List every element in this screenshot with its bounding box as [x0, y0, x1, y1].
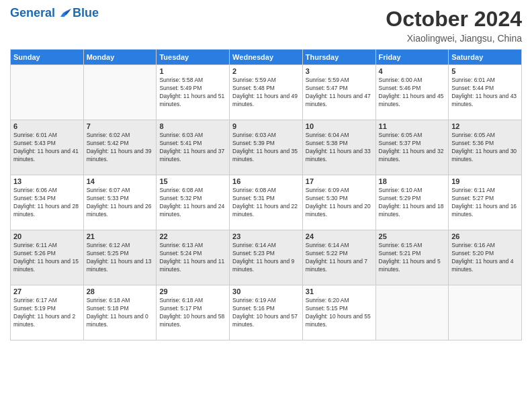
daylight-text: Daylight: 11 hours and 13 minutes.: [87, 258, 152, 273]
sunrise-text: Sunrise: 6:17 AM: [13, 297, 57, 304]
day-info: Sunrise: 6:19 AM Sunset: 5:16 PM Dayligh…: [232, 297, 300, 329]
day-number: 31: [306, 287, 373, 295]
calendar-table: Sunday Monday Tuesday Wednesday Thursday…: [10, 49, 522, 340]
sunset-text: Sunset: 5:46 PM: [379, 85, 421, 91]
daylight-text: Daylight: 11 hours and 0 minutes.: [87, 313, 148, 328]
daylight-text: Daylight: 10 hours and 58 minutes.: [159, 313, 224, 328]
sunset-text: Sunset: 5:27 PM: [451, 195, 494, 201]
day-info: Sunrise: 6:05 AM Sunset: 5:37 PM Dayligh…: [379, 132, 446, 164]
title-section: October 2024 Xiaolingwei, Jiangsu, China: [386, 7, 522, 44]
calendar-cell: 8 Sunrise: 6:03 AM Sunset: 5:41 PM Dayli…: [157, 120, 230, 175]
day-number: 26: [451, 232, 519, 240]
day-number: 29: [159, 287, 226, 295]
col-saturday: Saturday: [449, 50, 522, 65]
day-info: Sunrise: 6:01 AM Sunset: 5:44 PM Dayligh…: [451, 77, 519, 109]
col-thursday: Thursday: [302, 50, 375, 65]
daylight-text: Daylight: 11 hours and 24 minutes.: [159, 203, 224, 218]
day-info: Sunrise: 6:16 AM Sunset: 5:20 PM Dayligh…: [451, 242, 519, 274]
sunrise-text: Sunrise: 6:13 AM: [159, 242, 203, 248]
sunrise-text: Sunrise: 6:01 AM: [13, 132, 57, 138]
sunset-text: Sunset: 5:15 PM: [306, 305, 348, 312]
calendar-cell: 14 Sunrise: 6:07 AM Sunset: 5:33 PM Dayl…: [83, 175, 157, 230]
day-number: 5: [451, 67, 519, 75]
sunset-text: Sunset: 5:36 PM: [451, 140, 494, 146]
sunset-text: Sunset: 5:23 PM: [232, 250, 275, 257]
calendar-cell: 5 Sunrise: 6:01 AM Sunset: 5:44 PM Dayli…: [449, 65, 522, 120]
sunset-text: Sunset: 5:31 PM: [232, 195, 275, 201]
sunrise-text: Sunrise: 6:07 AM: [87, 187, 130, 193]
sunset-text: Sunset: 5:21 PM: [379, 250, 421, 257]
day-info: Sunrise: 5:58 AM Sunset: 5:49 PM Dayligh…: [159, 77, 226, 109]
sunrise-text: Sunrise: 6:15 AM: [379, 242, 423, 248]
daylight-text: Daylight: 11 hours and 49 minutes.: [232, 93, 298, 107]
calendar-week-row: 1 Sunrise: 5:58 AM Sunset: 5:49 PM Dayli…: [11, 65, 522, 120]
sunrise-text: Sunrise: 6:11 AM: [451, 187, 495, 193]
day-number: 3: [306, 67, 373, 75]
calendar-cell: 3 Sunrise: 5:59 AM Sunset: 5:47 PM Dayli…: [302, 65, 375, 120]
calendar-cell: 6 Sunrise: 6:01 AM Sunset: 5:43 PM Dayli…: [11, 120, 84, 175]
sunrise-text: Sunrise: 6:14 AM: [306, 242, 349, 248]
sunrise-text: Sunrise: 6:00 AM: [379, 77, 423, 83]
sunrise-text: Sunrise: 6:03 AM: [232, 132, 276, 138]
calendar-cell: 19 Sunrise: 6:11 AM Sunset: 5:27 PM Dayl…: [449, 175, 522, 230]
calendar-cell: 22 Sunrise: 6:13 AM Sunset: 5:24 PM Dayl…: [157, 230, 230, 285]
day-number: 21: [87, 232, 154, 240]
sunset-text: Sunset: 5:30 PM: [306, 195, 348, 201]
col-monday: Monday: [83, 50, 157, 65]
daylight-text: Daylight: 11 hours and 15 minutes.: [13, 258, 79, 273]
calendar-cell: 11 Sunrise: 6:05 AM Sunset: 5:37 PM Dayl…: [375, 120, 449, 175]
day-number: 24: [306, 232, 373, 240]
calendar-cell: 24 Sunrise: 6:14 AM Sunset: 5:22 PM Dayl…: [302, 230, 375, 285]
day-number: 11: [379, 122, 446, 130]
sunrise-text: Sunrise: 5:59 AM: [232, 77, 276, 83]
calendar-week-row: 6 Sunrise: 6:01 AM Sunset: 5:43 PM Dayli…: [11, 120, 522, 175]
daylight-text: Daylight: 11 hours and 5 minutes.: [379, 258, 441, 273]
day-number: 30: [232, 287, 300, 295]
day-info: Sunrise: 6:01 AM Sunset: 5:43 PM Dayligh…: [13, 132, 81, 164]
calendar-cell: 4 Sunrise: 6:00 AM Sunset: 5:46 PM Dayli…: [375, 65, 449, 120]
day-info: Sunrise: 6:03 AM Sunset: 5:41 PM Dayligh…: [159, 132, 226, 164]
calendar-week-row: 13 Sunrise: 6:06 AM Sunset: 5:34 PM Dayl…: [11, 175, 522, 230]
sunset-text: Sunset: 5:38 PM: [306, 140, 348, 146]
day-number: 22: [159, 232, 226, 240]
day-info: Sunrise: 6:08 AM Sunset: 5:32 PM Dayligh…: [159, 187, 226, 219]
day-info: Sunrise: 6:05 AM Sunset: 5:36 PM Dayligh…: [451, 132, 519, 164]
logo-text-general: General: [10, 6, 55, 19]
sunset-text: Sunset: 5:43 PM: [13, 140, 56, 146]
day-number: 6: [13, 122, 81, 130]
day-number: 25: [379, 232, 446, 240]
sunrise-text: Sunrise: 6:18 AM: [87, 297, 130, 304]
day-info: Sunrise: 6:03 AM Sunset: 5:39 PM Dayligh…: [232, 132, 300, 164]
sunrise-text: Sunrise: 6:14 AM: [232, 242, 276, 248]
sunset-text: Sunset: 5:29 PM: [379, 195, 421, 201]
day-number: 27: [13, 287, 81, 295]
day-number: 14: [87, 177, 154, 185]
daylight-text: Daylight: 11 hours and 39 minutes.: [87, 148, 152, 163]
sunset-text: Sunset: 5:39 PM: [232, 140, 275, 146]
day-number: 28: [87, 287, 154, 295]
daylight-text: Daylight: 11 hours and 16 minutes.: [451, 203, 517, 218]
calendar-cell: [449, 285, 522, 340]
sunrise-text: Sunrise: 6:16 AM: [451, 242, 495, 248]
sunrise-text: Sunrise: 6:08 AM: [232, 187, 276, 193]
day-number: 10: [306, 122, 373, 130]
daylight-text: Daylight: 11 hours and 35 minutes.: [232, 148, 298, 163]
sunset-text: Sunset: 5:37 PM: [379, 140, 421, 146]
sunrise-text: Sunrise: 5:58 AM: [159, 77, 203, 83]
sunset-text: Sunset: 5:48 PM: [232, 85, 275, 91]
calendar-subtitle: Xiaolingwei, Jiangsu, China: [386, 33, 522, 44]
daylight-text: Daylight: 11 hours and 45 minutes.: [379, 93, 444, 107]
col-wednesday: Wednesday: [230, 50, 303, 65]
calendar-cell: [11, 65, 84, 120]
sunset-text: Sunset: 5:49 PM: [159, 85, 202, 91]
day-number: 1: [159, 67, 226, 75]
calendar-cell: 31 Sunrise: 6:20 AM Sunset: 5:15 PM Dayl…: [302, 285, 375, 340]
day-number: 18: [379, 177, 446, 185]
calendar-week-row: 20 Sunrise: 6:11 AM Sunset: 5:26 PM Dayl…: [11, 230, 522, 285]
daylight-text: Daylight: 11 hours and 30 minutes.: [451, 148, 517, 163]
daylight-text: Daylight: 10 hours and 55 minutes.: [306, 313, 371, 328]
calendar-cell: 26 Sunrise: 6:16 AM Sunset: 5:20 PM Dayl…: [449, 230, 522, 285]
calendar-cell: 2 Sunrise: 5:59 AM Sunset: 5:48 PM Dayli…: [230, 65, 303, 120]
day-info: Sunrise: 5:59 AM Sunset: 5:48 PM Dayligh…: [232, 77, 300, 109]
sunset-text: Sunset: 5:33 PM: [87, 195, 129, 201]
